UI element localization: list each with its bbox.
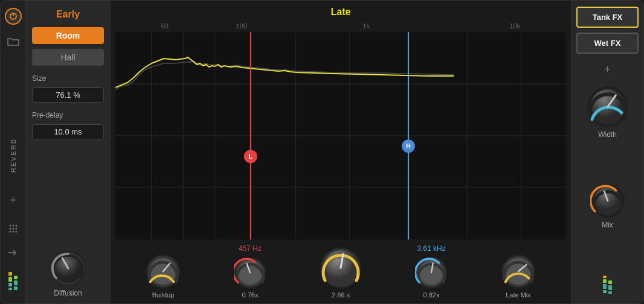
svg-text:H: H <box>406 142 411 150</box>
svg-rect-13 <box>8 277 12 282</box>
svg-rect-64 <box>603 290 607 293</box>
low-mult-label: 0.76x <box>242 291 259 299</box>
late-mix-group: Late Mix <box>501 254 536 299</box>
room-button[interactable]: Room <box>32 27 104 44</box>
tank-fx-button[interactable]: Tank FX <box>576 7 639 28</box>
svg-point-9 <box>12 231 14 233</box>
high-mult-knob[interactable] <box>415 256 448 289</box>
svg-point-4 <box>15 225 17 227</box>
svg-rect-14 <box>8 272 12 276</box>
high-mult-group: 3.61 kHz 0.82x <box>415 244 448 299</box>
svg-text:L: L <box>248 153 253 160</box>
high-freq-label: 3.61 kHz <box>417 244 445 253</box>
buildup-group: Buildup <box>146 254 181 299</box>
diffusion-label: Diffusion <box>54 289 82 297</box>
svg-rect-70 <box>608 280 612 284</box>
route-icon[interactable] <box>6 245 21 260</box>
size-value[interactable]: 76.1 % <box>32 87 104 103</box>
decay-knob[interactable] <box>320 247 362 289</box>
add-right-button[interactable]: + <box>604 63 611 76</box>
mix-knob[interactable] <box>590 183 625 218</box>
low-freq-label: 457 Hz <box>239 244 262 253</box>
low-mult-knob[interactable] <box>234 256 266 289</box>
add-left-button[interactable]: + <box>10 194 16 207</box>
svg-point-8 <box>9 231 11 233</box>
mix-label: Mix <box>602 221 613 229</box>
decay-label: 2.66 s <box>332 291 350 299</box>
power-button[interactable] <box>5 8 22 25</box>
svg-point-6 <box>12 228 14 230</box>
right-panel: Tank FX Wet FX + Width <box>571 1 643 303</box>
svg-rect-15 <box>14 287 18 290</box>
left-sidebar: REVERB + <box>1 1 26 303</box>
svg-rect-68 <box>608 291 612 294</box>
svg-point-7 <box>15 228 17 230</box>
late-mix-knob[interactable] <box>501 254 536 289</box>
svg-rect-12 <box>8 283 12 287</box>
svg-point-3 <box>12 225 14 227</box>
early-title: Early <box>32 7 104 22</box>
early-panel: Early Room Hall Size 76.1 % Pre-delay 10… <box>26 1 111 303</box>
width-knob[interactable] <box>587 86 629 128</box>
pre-delay-value[interactable]: 10.0 ms <box>32 124 104 139</box>
svg-point-10 <box>15 231 17 233</box>
svg-rect-65 <box>603 284 607 289</box>
late-mix-label: Late Mix <box>506 291 531 299</box>
svg-rect-11 <box>8 288 12 290</box>
svg-rect-17 <box>14 276 18 279</box>
decay-group: 2.66 s <box>320 247 362 299</box>
svg-rect-66 <box>603 279 607 283</box>
svg-rect-16 <box>14 280 18 285</box>
svg-rect-67 <box>603 276 607 278</box>
eq-display[interactable]: L H <box>115 32 566 239</box>
main-area: Late 60 100 1k 10k <box>111 1 571 303</box>
reverb-label: REVERB <box>10 138 17 173</box>
buildup-knob[interactable] <box>146 254 181 289</box>
svg-point-5 <box>9 228 11 230</box>
size-label: Size <box>32 74 104 83</box>
late-title: Late <box>111 1 571 20</box>
width-label: Width <box>598 130 617 139</box>
pre-delay-label: Pre-delay <box>32 111 104 119</box>
buildup-label: Buildup <box>152 291 175 299</box>
controls-row: Buildup 457 Hz 0.76x <box>111 239 571 303</box>
folder-icon[interactable] <box>6 34 21 49</box>
wet-fx-button[interactable]: Wet FX <box>576 33 639 54</box>
hall-button[interactable]: Hall <box>32 49 104 66</box>
high-mult-label: 0.82x <box>423 291 440 299</box>
plugin-container: REVERB + <box>0 0 644 304</box>
low-mult-group: 457 Hz 0.76x <box>234 244 266 299</box>
freq-labels: 60 100 1k 10k <box>115 20 566 32</box>
mix-section: Mix <box>590 183 625 229</box>
diffusion-knob[interactable] <box>50 250 86 287</box>
svg-point-2 <box>9 225 11 227</box>
grid-icon[interactable] <box>6 221 21 236</box>
svg-rect-69 <box>608 285 612 290</box>
width-section: Width <box>587 86 629 139</box>
